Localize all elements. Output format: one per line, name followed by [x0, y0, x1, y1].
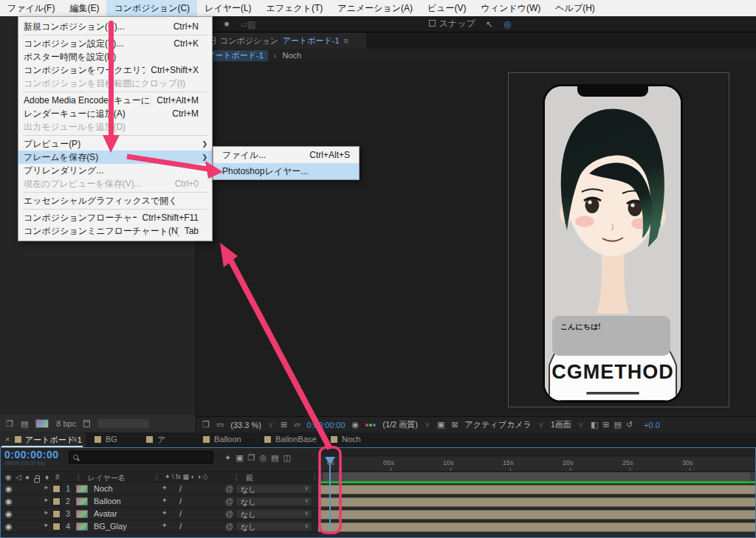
expand-arrow-icon[interactable]: ►	[44, 509, 49, 516]
camera-select[interactable]: アクティブカメラ	[465, 419, 532, 430]
resolution-setting[interactable]: (1/2 画質)	[382, 419, 418, 430]
layer-name[interactable]: Avatar	[94, 509, 117, 518]
camera-chevron-icon[interactable]: ∨	[538, 420, 544, 430]
menu-window[interactable]: ウィンドウ(W)	[474, 0, 549, 16]
snap-toggle[interactable]: スナップ	[429, 18, 475, 30]
layer-label-color[interactable]	[52, 523, 61, 531]
quality-switch-icon[interactable]: /	[179, 522, 182, 531]
playhead-handle[interactable]	[325, 457, 335, 465]
menu-item-composition-flowchart[interactable]: コンポジションフローチャート(F)Ctrl+Shift+F11	[18, 211, 212, 224]
layer-name[interactable]: Balloon	[94, 497, 121, 506]
menu-edit[interactable]: 編集(E)	[62, 0, 106, 16]
parent-dropdown[interactable]: なし∨	[236, 484, 312, 494]
motion-tool-icon[interactable]: ◎	[504, 19, 511, 30]
always-preview-icon[interactable]: ❒	[202, 420, 210, 430]
layer-label-color[interactable]	[52, 497, 61, 506]
panel-menu-icon[interactable]: ≡	[344, 36, 348, 45]
layer-duration-bar[interactable]	[318, 523, 755, 532]
parent-dropdown[interactable]: なし∨	[236, 497, 312, 506]
color-depth-label[interactable]: 8 bpc	[56, 419, 76, 428]
layer-duration-bar[interactable]	[318, 497, 755, 507]
region-icon[interactable]: ▣	[437, 420, 444, 430]
menu-item-composition-settings[interactable]: コンポジション設定(T)...Ctrl+K	[18, 37, 212, 50]
menu-file[interactable]: ファイル(F)	[0, 0, 62, 16]
shy-switch-icon[interactable]: ✦	[162, 497, 168, 504]
parent-link-icon[interactable]: @	[225, 522, 233, 531]
view-option-icons[interactable]: ◧⊞▤↺	[591, 420, 637, 430]
menu-composition[interactable]: コンポジション(C)	[106, 0, 197, 16]
parent-dropdown[interactable]: なし∨	[236, 509, 312, 519]
submenu-item-file[interactable]: ファイル...Ctrl+Alt+S	[213, 147, 359, 163]
snap-checkbox-icon[interactable]	[429, 20, 436, 27]
resolution-chevron-icon[interactable]: ∨	[425, 420, 430, 430]
zoom-level[interactable]: (33.3 %)	[230, 421, 261, 430]
layer-row[interactable]: ◉ ► 1 Noch ✦ / @ なし∨	[1, 483, 318, 495]
snapshot-camera-icon[interactable]: ◉	[352, 420, 360, 430]
menu-layer[interactable]: レイヤー(L)	[197, 0, 259, 16]
folder-icon[interactable]: ▤	[21, 419, 28, 429]
composition-tab[interactable]: ▪ コンポジション アートボード-1 ≡	[196, 32, 366, 49]
composition-viewer[interactable]: こんにちは! CGMETHOD	[196, 62, 756, 416]
parent-link-icon[interactable]: @	[225, 484, 233, 493]
timeline-toolbar-icons[interactable]: ✦▣❐◎▤◫	[224, 453, 317, 463]
layer-name[interactable]: BG_Glay	[94, 522, 127, 531]
preview-timecode[interactable]: 0:00:00:00	[307, 421, 346, 430]
grid-options-icon[interactable]: ⊞	[281, 420, 287, 430]
shy-switch-icon[interactable]: ✦	[162, 509, 168, 517]
pin-tool-icon[interactable]: ✷	[223, 19, 230, 30]
timeline-track-area[interactable]: 0s 05s 10s 15s 20s 25s 30s	[318, 448, 755, 537]
menu-item-add-to-render-queue[interactable]: レンダーキューに追加(A)Ctrl+M	[18, 107, 212, 120]
quality-switch-icon[interactable]: /	[179, 484, 182, 493]
menu-animation[interactable]: アニメーション(A)	[330, 0, 420, 16]
eye-icon[interactable]: ◉	[5, 484, 13, 494]
menu-item-add-to-ame-queue[interactable]: Adobe Media Encoder キューに追加...Ctrl+Alt+M	[18, 94, 212, 107]
trash-icon[interactable]	[83, 420, 90, 427]
parent-column-label[interactable]: 親	[246, 473, 253, 483]
layer-duration-bar[interactable]	[318, 510, 755, 520]
layer-duration-bar[interactable]	[318, 485, 755, 494]
menu-item-trim-to-workarea[interactable]: コンポジションをワークエリアにトリム(W)Ctrl+Shift+X	[18, 63, 212, 77]
close-tab-icon[interactable]: ×	[5, 435, 10, 444]
timeline-search-input[interactable]	[69, 451, 213, 463]
shy-switch-icon[interactable]: ✦	[162, 522, 168, 529]
timeline-tab-artboard[interactable]: × アートボード-1 ≡	[0, 432, 86, 447]
quality-switch-icon[interactable]: /	[179, 497, 182, 506]
eye-icon[interactable]: ◉	[5, 497, 13, 506]
zoom-chevron-icon[interactable]: ∨	[268, 420, 274, 430]
panel-layout-icon[interactable]: ❐	[6, 419, 13, 429]
snap-cursor-icon[interactable]: ↖	[486, 19, 493, 30]
playhead-line[interactable]	[329, 457, 331, 532]
shy-switch-icon[interactable]: ✦	[162, 484, 168, 492]
transparency-grid-icon[interactable]: ⊠	[451, 420, 458, 430]
submenu-item-photoshop-layers[interactable]: Photoshopレイヤー...	[213, 163, 359, 179]
main-screen-icon[interactable]: ▭	[216, 420, 224, 430]
menu-item-preview[interactable]: プレビュー(P)❯	[18, 137, 212, 151]
time-ruler[interactable]: 0s 05s 10s 15s 20s 25s 30s	[318, 457, 755, 472]
menu-item-new-composition[interactable]: 新規コンポジション(C)...Ctrl+N	[18, 20, 212, 33]
menu-item-pre-render[interactable]: プリレンダリング...	[18, 164, 212, 177]
work-area-bar[interactable]	[318, 472, 755, 481]
expand-arrow-icon[interactable]: ►	[44, 484, 49, 491]
layer-label-color[interactable]	[52, 510, 61, 518]
parent-dropdown[interactable]: なし∨	[236, 522, 312, 531]
layer-name[interactable]: Noch	[94, 484, 113, 493]
menu-item-open-in-essential-graphics[interactable]: エッセンシャルグラフィックスで開く	[18, 194, 212, 207]
tab-menu-icon[interactable]: ≡	[72, 435, 77, 444]
parent-link-icon[interactable]: @	[225, 509, 233, 518]
view-chevron-icon[interactable]: ∨	[578, 420, 584, 430]
menu-item-save-frame-as[interactable]: フレームを保存(S)❯	[18, 151, 212, 164]
menu-help[interactable]: ヘルプ(H)	[548, 0, 602, 16]
parent-link-icon[interactable]: @	[225, 497, 233, 506]
menu-item-set-poster-time[interactable]: ポスター時間を設定(E)	[18, 50, 212, 63]
menu-item-composition-mini-flowchart[interactable]: コンポジションミニフローチャート(N)Tab	[18, 224, 212, 238]
menu-view[interactable]: ビュー(V)	[420, 0, 474, 16]
expand-arrow-icon[interactable]: ►	[44, 497, 49, 503]
exposure-value[interactable]: +0.0	[644, 421, 660, 430]
layer-row[interactable]: ◉ ► 4 BG_Glay ✦ / なし∨ @	[1, 520, 318, 533]
layer-row[interactable]: ◉ ► 2 Balloon ✦ / @ なし∨	[1, 495, 318, 508]
eye-icon[interactable]: ◉	[5, 509, 13, 519]
layer-row[interactable]: ◉ ► 3 Avatar ✦ / @ なし∨	[1, 508, 318, 520]
eye-icon[interactable]: ◉	[5, 522, 13, 531]
menu-effect[interactable]: エフェクト(T)	[259, 0, 331, 16]
quality-switch-icon[interactable]: /	[179, 509, 182, 518]
